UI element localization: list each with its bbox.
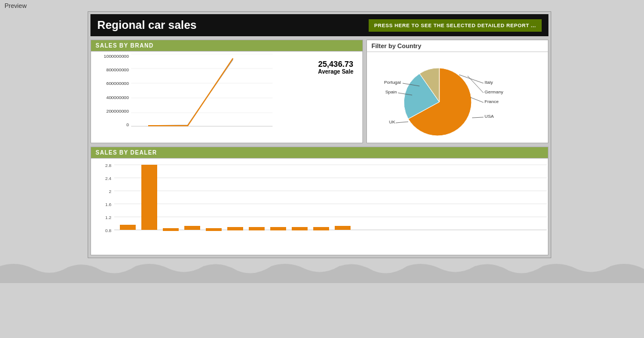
dealer-chart-svg: 2.8 2.4 2 1.6 1.2 0.8 [94, 162, 547, 244]
sales-by-brand-panel: SALES BY BRAND 1000000000 800000000 6000… [90, 40, 363, 143]
svg-rect-38 [184, 226, 200, 230]
svg-rect-42 [270, 227, 286, 230]
svg-text:1.6: 1.6 [105, 202, 112, 207]
line-chart-svg: Audi BMW Citroen [131, 54, 273, 127]
svg-rect-45 [335, 226, 351, 230]
report-container: Regional car sales PRESS HERE TO SEE THE… [88, 11, 551, 258]
svg-line-20 [472, 117, 483, 118]
svg-rect-39 [206, 228, 222, 231]
wave-svg [0, 260, 644, 283]
svg-rect-41 [249, 227, 265, 230]
filter-by-country-panel: Filter by Country Portugal Spain [366, 40, 548, 143]
svg-text:Portugal: Portugal [384, 80, 401, 85]
sales-by-dealer-panel: SALES BY DEALER 2.8 2.4 2 1.6 1.2 0.8 [90, 147, 548, 255]
svg-rect-40 [227, 227, 243, 230]
svg-line-18 [470, 97, 483, 102]
svg-text:2.8: 2.8 [105, 163, 112, 168]
svg-text:Spain: Spain [386, 89, 397, 95]
pie-chart-svg: Portugal Spain Italy Germany France USA … [371, 57, 507, 144]
avg-sale-label: Average Sale [318, 69, 353, 75]
top-charts-row: SALES BY BRAND 1000000000 800000000 6000… [90, 40, 548, 143]
sales-by-dealer-header: SALES BY DEALER [91, 147, 548, 159]
svg-text:USA: USA [485, 114, 494, 119]
pie-chart-area: Portugal Spain Italy Germany France USA … [367, 52, 548, 143]
svg-rect-36 [141, 165, 157, 230]
y-axis-labels: 1000000000 800000000 600000000 400000000… [94, 54, 131, 127]
svg-line-22 [396, 122, 408, 123]
svg-rect-37 [163, 228, 179, 231]
svg-rect-43 [292, 227, 308, 230]
svg-text:Germany: Germany [485, 89, 503, 95]
sales-by-brand-header: SALES BY BRAND [91, 40, 362, 52]
svg-text:France: France [485, 99, 499, 104]
avg-sale-value: 25,436.73 [318, 59, 353, 69]
preview-label: Preview [0, 0, 644, 11]
bottom-wave [0, 260, 644, 283]
svg-text:2: 2 [109, 189, 112, 194]
svg-text:Italy: Italy [485, 80, 493, 85]
svg-line-16 [468, 76, 483, 93]
svg-text:1.2: 1.2 [105, 215, 112, 220]
svg-text:2.4: 2.4 [105, 176, 112, 181]
filter-by-country-header: Filter by Country [367, 40, 548, 52]
svg-rect-44 [313, 227, 329, 230]
line-chart-svg-area: Audi BMW Citroen [131, 54, 313, 129]
report-title: Regional car sales [97, 19, 197, 32]
svg-text:UK: UK [389, 119, 396, 125]
svg-text:0.8: 0.8 [105, 228, 112, 233]
svg-rect-35 [120, 225, 136, 230]
sales-by-brand-chart: 1000000000 800000000 600000000 400000000… [91, 52, 362, 131]
dealer-chart-area: 2.8 2.4 2 1.6 1.2 0.8 [91, 159, 548, 255]
avg-sale-area: 25,436.73 Average Sale [313, 54, 359, 129]
detail-report-button[interactable]: PRESS HERE TO SEE THE SELECTED DETAILED … [369, 19, 542, 32]
report-header: Regional car sales PRESS HERE TO SEE THE… [90, 14, 548, 36]
